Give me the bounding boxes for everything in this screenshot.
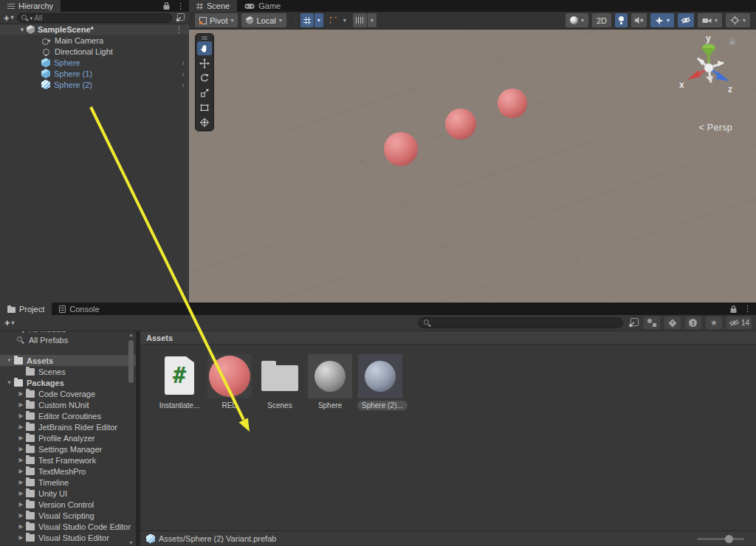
rect-tool-button[interactable] bbox=[197, 100, 212, 114]
prefab-chevron-icon[interactable]: › bbox=[182, 80, 185, 89]
scene-header-row[interactable]: ▼ SampleScene* ⋮ bbox=[0, 24, 189, 35]
asset-item[interactable]: Sphere bbox=[307, 354, 353, 410]
tab-console[interactable]: Console bbox=[52, 303, 106, 315]
expand-arrow-icon[interactable]: ▶ bbox=[16, 479, 26, 485]
scale-tool-button[interactable] bbox=[197, 86, 212, 100]
picker-icon[interactable] bbox=[628, 317, 639, 328]
transform-tool-button[interactable] bbox=[197, 115, 212, 129]
hierarchy-item[interactable]: Main Camera bbox=[0, 35, 189, 46]
expand-arrow-icon[interactable]: ▶ bbox=[16, 468, 26, 474]
expand-arrow-icon[interactable]: ▶ bbox=[16, 435, 26, 441]
asset-item[interactable]: RED bbox=[207, 354, 252, 410]
gizmo-x-cone[interactable] bbox=[687, 70, 701, 80]
asset-thumbnail[interactable] bbox=[308, 354, 352, 398]
tab-game[interactable]: Game bbox=[237, 0, 288, 12]
gizmo-neg-axis-cone[interactable] bbox=[706, 76, 713, 83]
scene-lighting-button[interactable] bbox=[615, 13, 628, 27]
expand-arrow-icon[interactable]: ▶ bbox=[16, 534, 26, 541]
expand-arrow-icon[interactable]: ▼ bbox=[18, 27, 27, 33]
create-asset-button[interactable]: + ▾ bbox=[4, 317, 15, 328]
hierarchy-item[interactable]: Directional Light bbox=[0, 46, 189, 58]
create-object-button[interactable]: + ▾ bbox=[4, 13, 14, 24]
tree-item[interactable]: Scenes bbox=[0, 366, 136, 377]
expand-arrow-icon[interactable]: ▼ bbox=[4, 379, 14, 386]
shading-mode-button[interactable]: ▾ bbox=[566, 13, 588, 27]
expand-arrow-icon[interactable]: ▶ bbox=[16, 446, 26, 452]
hidden-objects-button[interactable] bbox=[678, 13, 694, 27]
expand-arrow-icon[interactable]: ▼ bbox=[4, 357, 14, 364]
projection-toggle[interactable]: < Persp bbox=[698, 122, 732, 133]
2d-toggle-button[interactable]: 2D bbox=[592, 13, 611, 27]
hierarchy-item[interactable]: Sphere › bbox=[0, 58, 189, 69]
assets-breadcrumb[interactable]: Assets bbox=[140, 331, 756, 345]
effects-visibility-button[interactable]: ▾ bbox=[650, 13, 674, 27]
asset-item[interactable]: Sphere (2)... bbox=[357, 354, 403, 410]
expand-arrow-icon[interactable]: ▶ bbox=[16, 523, 26, 530]
search-by-import-log-button[interactable]: ! bbox=[685, 317, 701, 329]
hierarchy-item[interactable]: Sphere (2) › bbox=[0, 79, 189, 90]
expand-arrow-icon[interactable]: ▶ bbox=[16, 490, 26, 497]
scene-viewport[interactable]: y x z < Persp bbox=[189, 30, 756, 303]
rotate-tool-button[interactable] bbox=[197, 71, 212, 85]
expand-arrow-icon[interactable]: ▶ bbox=[16, 390, 26, 397]
search-by-label-button[interactable] bbox=[664, 317, 681, 329]
lock-icon[interactable] bbox=[162, 1, 171, 10]
tree-item[interactable]: ▶ Timeline bbox=[0, 477, 136, 488]
prefab-chevron-icon[interactable]: › bbox=[182, 69, 185, 78]
scene-camera-button[interactable]: ▾ bbox=[698, 13, 722, 27]
asset-thumbnail[interactable] bbox=[258, 354, 302, 398]
expand-arrow-icon[interactable]: ▶ bbox=[16, 512, 26, 519]
gizmos-button[interactable]: ▾ bbox=[726, 13, 750, 27]
move-tool-button[interactable] bbox=[197, 56, 212, 70]
asset-thumbnail[interactable] bbox=[358, 354, 402, 398]
lock-icon[interactable] bbox=[729, 305, 738, 314]
hidden-packages-button[interactable]: 14 bbox=[726, 317, 752, 329]
gizmo-lock-icon[interactable] bbox=[730, 38, 735, 45]
hierarchy-search-input[interactable]: ▾ All bbox=[17, 13, 172, 23]
tree-item[interactable]: ▶ Custom NUnit bbox=[0, 399, 136, 410]
expand-arrow-icon[interactable]: ▶ bbox=[16, 457, 26, 463]
tab-hierarchy[interactable]: Hierarchy bbox=[0, 0, 61, 12]
expand-arrow-icon[interactable]: ▶ bbox=[16, 412, 26, 419]
tree-item[interactable]: ▶ Visual Studio Code Editor bbox=[0, 521, 136, 532]
slider-thumb[interactable] bbox=[725, 535, 733, 543]
favorite-item[interactable]: All Prefabs bbox=[0, 334, 136, 345]
asset-thumbnail[interactable] bbox=[207, 354, 252, 398]
tree-item[interactable]: ▶ JetBrains Rider Editor bbox=[0, 421, 136, 432]
picker-icon[interactable] bbox=[175, 13, 185, 23]
tab-scene[interactable]: Scene bbox=[189, 0, 237, 12]
search-filter-dropdown-icon[interactable]: ▾ bbox=[30, 15, 33, 21]
local-toggle-button[interactable]: Local ▾ bbox=[241, 13, 286, 27]
hand-tool-button[interactable] bbox=[197, 41, 212, 55]
scene-sphere[interactable] bbox=[384, 132, 418, 166]
gizmo-z-cone[interactable] bbox=[716, 72, 729, 81]
grid-visibility-button[interactable] bbox=[300, 13, 314, 27]
expand-arrow-icon[interactable]: ▶ bbox=[16, 424, 26, 430]
scene-kebab-icon[interactable]: ⋮ bbox=[175, 26, 183, 34]
audio-mute-button[interactable] bbox=[631, 13, 647, 27]
tree-item[interactable]: ▶ Visual Scripting bbox=[0, 510, 136, 521]
expand-arrow-icon[interactable]: ▶ bbox=[16, 401, 26, 408]
scene-sphere[interactable] bbox=[498, 89, 527, 118]
tree-item[interactable]: ▶ Visual Studio Editor bbox=[0, 532, 136, 543]
tree-item[interactable]: ▶ TextMeshPro bbox=[0, 466, 136, 477]
prefab-chevron-icon[interactable]: › bbox=[182, 58, 185, 67]
thumbnail-zoom-slider[interactable] bbox=[697, 538, 744, 540]
kebab-menu-icon[interactable]: ⋮ bbox=[743, 305, 752, 313]
scrollbar-thumb[interactable] bbox=[128, 340, 134, 383]
asset-item[interactable]: Scenes bbox=[257, 354, 303, 410]
tree-item[interactable]: ▶ Profile Analyzer bbox=[0, 432, 136, 443]
tree-item[interactable]: ▶ Version Control bbox=[0, 499, 136, 510]
hierarchy-item[interactable]: Sphere (1) › bbox=[0, 68, 189, 79]
asset-thumbnail[interactable] bbox=[157, 354, 202, 398]
scene-sphere[interactable] bbox=[445, 108, 476, 139]
snap-increment-button[interactable] bbox=[353, 13, 367, 27]
tree-scrollbar[interactable]: ▲ ▼ bbox=[127, 331, 135, 546]
tree-item[interactable]: ▶ Settings Manager bbox=[0, 443, 136, 455]
scroll-down-icon[interactable]: ▼ bbox=[127, 540, 135, 545]
asset-item[interactable]: Instantiate... bbox=[157, 354, 202, 410]
grid-settings-dropdown[interactable]: ▾ bbox=[315, 13, 323, 27]
save-search-button[interactable]: ★ bbox=[706, 317, 722, 329]
snap-toggle-button[interactable] bbox=[327, 13, 340, 27]
snap-increment-dropdown[interactable]: ▾ bbox=[368, 13, 377, 27]
